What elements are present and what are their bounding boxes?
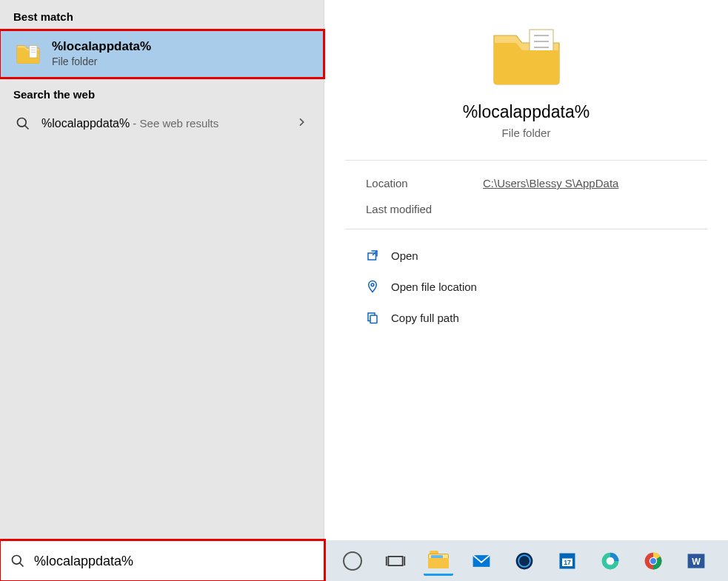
svg-text:W: W [692, 557, 701, 567]
edge-taskbar-button[interactable] [595, 546, 625, 576]
chrome-icon [643, 551, 664, 571]
chevron-right-icon [295, 116, 313, 132]
folder-icon [15, 40, 41, 67]
file-explorer-icon [428, 551, 449, 568]
svg-line-16 [20, 563, 24, 567]
web-search-result[interactable]: %localappdata% - See web results [0, 108, 324, 139]
location-label: Location [366, 177, 440, 189]
edge-icon [600, 551, 621, 571]
mail-taskbar-button[interactable] [467, 546, 496, 576]
dell-icon [514, 551, 535, 571]
svg-text:17: 17 [564, 559, 571, 566]
open-file-location-label: Open file location [391, 281, 477, 293]
svg-rect-11 [368, 253, 376, 260]
preview-title: %localappdata% [463, 102, 590, 122]
copy-full-path-label: Copy full path [391, 312, 459, 324]
svg-point-13 [371, 283, 374, 286]
folder-icon-large [490, 22, 564, 90]
calendar-taskbar-button[interactable]: 17 [552, 546, 582, 576]
svg-line-5 [25, 126, 29, 130]
task-view-icon [385, 551, 406, 571]
task-view-button[interactable] [381, 546, 410, 576]
search-box-container [0, 540, 324, 581]
best-match-header: Best match [0, 0, 324, 30]
search-icon [15, 115, 31, 132]
open-action[interactable]: Open [366, 243, 687, 268]
word-taskbar-button[interactable]: W [681, 546, 711, 576]
svg-point-4 [18, 118, 27, 127]
svg-point-30 [650, 558, 656, 564]
search-web-header: Search the web [0, 78, 324, 108]
chrome-taskbar-button[interactable] [638, 546, 668, 576]
open-label: Open [391, 249, 418, 262]
taskbar: 17 W [0, 540, 728, 581]
cortana-icon [343, 551, 362, 571]
preview-panel: %localappdata% File folder Location C:\U… [324, 0, 728, 581]
mail-icon [471, 551, 492, 571]
copy-icon [366, 311, 379, 324]
cortana-button[interactable] [338, 546, 367, 576]
location-value[interactable]: C:\Users\Blessy S\AppData [483, 177, 618, 189]
dell-app-taskbar-button[interactable] [510, 546, 539, 576]
svg-rect-17 [388, 556, 402, 565]
open-icon [366, 249, 379, 262]
result-title: %localappdata% [52, 39, 151, 54]
preview-subtitle: File folder [502, 127, 551, 139]
svg-rect-14 [370, 315, 377, 323]
best-match-result[interactable]: %localappdata% File folder [0, 30, 324, 78]
search-results-panel: Best match %localappdata% File folder [0, 0, 324, 581]
web-result-hint: - See web results [130, 117, 218, 130]
metadata-block: Location C:\Users\Blessy S\AppData Last … [345, 161, 707, 229]
open-file-location-action[interactable]: Open file location [366, 274, 687, 299]
copy-full-path-action[interactable]: Copy full path [366, 305, 687, 330]
result-subtitle: File folder [52, 56, 151, 67]
last-modified-label: Last modified [366, 203, 440, 215]
search-icon [10, 554, 25, 568]
web-result-title: %localappdata% [41, 117, 130, 130]
svg-point-27 [607, 557, 615, 565]
file-explorer-taskbar-button[interactable] [424, 546, 453, 576]
calendar-icon: 17 [557, 551, 578, 571]
map-pin-icon [366, 280, 379, 293]
actions-block: Open Open file location [345, 229, 707, 343]
svg-point-15 [13, 556, 21, 565]
word-icon: W [686, 551, 707, 571]
search-input[interactable] [34, 554, 314, 569]
svg-rect-0 [30, 46, 38, 58]
